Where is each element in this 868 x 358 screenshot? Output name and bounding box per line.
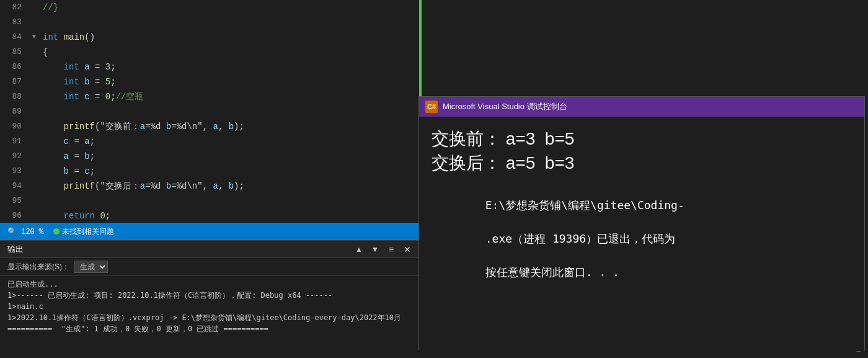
code-editor[interactable]: 82//}83 84▼int main()85{86 int a = 3;87 … xyxy=(0,0,422,223)
output-line: 1>main.c xyxy=(7,301,414,312)
code-line: 90 printf("交换前：a=%d b=%d\n", a, b); xyxy=(0,119,422,134)
console-icon: C# xyxy=(425,101,438,113)
line-content xyxy=(40,104,422,119)
no-issues-label: 未找到相关问题 xyxy=(62,226,114,237)
line-number: 85 xyxy=(0,45,28,60)
code-lines: 82//}83 84▼int main()85{86 int a = 3;87 … xyxy=(0,0,422,223)
line-content: a = b; xyxy=(40,149,422,164)
code-line: 83 xyxy=(0,15,422,30)
zoom-value: 120 % xyxy=(21,228,43,236)
status-dot xyxy=(53,228,60,235)
line-number: 93 xyxy=(0,164,28,179)
zoom-level[interactable]: 🔍 120 % xyxy=(7,227,43,236)
code-line: 92 a = b; xyxy=(0,149,422,164)
output-wrap[interactable]: ≡ xyxy=(384,243,398,256)
zoom-icon: 🔍 xyxy=(7,228,17,236)
output-scroll-up[interactable]: ▲ xyxy=(352,243,366,256)
console-panel: C# Microsoft Visual Studio 调试控制台 交换前： a=… xyxy=(418,96,865,351)
line-content: int main() xyxy=(40,30,422,45)
output-line: 1>2022.10.1操作符（C语言初阶）.vcxproj -> E:\梦想杂货… xyxy=(7,312,414,323)
output-filter-row: 显示输出来源(S)： 生成 xyxy=(0,258,422,276)
line-number: 88 xyxy=(0,89,28,104)
output-panel: 输出 ▲ ▼ ≡ ✕ 显示输出来源(S)： 生成 已启动生成...1>-----… xyxy=(0,240,422,358)
line-content: printf("交换前：a=%d b=%d\n", a, b); xyxy=(40,119,422,134)
output-header: 输出 ▲ ▼ ≡ ✕ xyxy=(0,241,422,258)
output-line: 已启动生成... xyxy=(7,279,414,290)
line-content: c = a; xyxy=(40,134,422,149)
line-content xyxy=(40,15,422,30)
line-content: return 0; xyxy=(40,208,422,223)
line-content: int c = 0;//空瓶 xyxy=(40,89,422,104)
left-panel: 82//}83 84▼int main()85{86 int a = 3;87 … xyxy=(0,0,422,358)
console-titlebar: C# Microsoft Visual Studio 调试控制台 xyxy=(419,97,864,117)
line-gutter: ▼ xyxy=(28,30,40,45)
code-line: 91 c = a; xyxy=(0,134,422,149)
line-number: 83 xyxy=(0,15,28,30)
code-line: 93 b = c; xyxy=(0,164,422,179)
code-line: 84▼int main() xyxy=(0,30,422,45)
line-number: 87 xyxy=(0,74,28,89)
line-content xyxy=(40,194,422,208)
output-line: 1>------ 已启动生成: 项目: 2022.10.1操作符（C语言初阶），… xyxy=(7,290,414,301)
status-bar: 🔍 120 % 未找到相关问题 xyxy=(0,223,422,240)
code-line: 85{ xyxy=(0,45,422,60)
filter-select[interactable]: 生成 xyxy=(74,261,108,273)
collapse-icon[interactable]: ▼ xyxy=(32,30,36,45)
line-content: printf("交换后：a=%d b=%d\n", a, b); xyxy=(40,179,422,194)
no-issues-indicator: 未找到相关问题 xyxy=(53,226,114,237)
line-content: int a = 3; xyxy=(40,60,422,74)
filter-label: 显示输出来源(S)： xyxy=(7,262,69,272)
line-number: 91 xyxy=(0,134,28,149)
output-clear[interactable]: ✕ xyxy=(401,243,414,256)
line-number: 86 xyxy=(0,60,28,74)
console-line-2: 交换后： a=5 b=3 xyxy=(432,151,852,175)
code-line: 94 printf("交换后：a=%d b=%d\n", a, b); xyxy=(0,179,422,194)
output-content: 已启动生成...1>------ 已启动生成: 项目: 2022.10.1操作符… xyxy=(0,276,422,357)
console-line-3-4: E:\梦想杂货铺\编程\gitee\Coding- .exe（进程 19396）… xyxy=(432,180,852,297)
output-tab[interactable]: 输出 xyxy=(7,244,24,255)
output-scroll-down[interactable]: ▼ xyxy=(368,243,382,256)
code-line: 87 int b = 5; xyxy=(0,74,422,89)
line-content: { xyxy=(40,45,422,60)
code-line: 88 int c = 0;//空瓶 xyxy=(0,89,422,104)
console-body: 交换前： a=3 b=5 交换后： a=5 b=3 E:\梦想杂货铺\编程\gi… xyxy=(419,117,864,351)
console-title: Microsoft Visual Studio 调试控制台 xyxy=(443,101,567,112)
line-number: 94 xyxy=(0,179,28,194)
line-content: b = c; xyxy=(40,164,422,179)
code-line: 86 int a = 3; xyxy=(0,60,422,74)
line-number: 89 xyxy=(0,104,28,119)
output-toolbar: ▲ ▼ ≡ ✕ xyxy=(352,243,414,256)
line-content: int b = 5; xyxy=(40,74,422,89)
code-line: 95 xyxy=(0,194,422,208)
line-number: 92 xyxy=(0,149,28,164)
console-line-1: 交换前： a=3 b=5 xyxy=(432,127,852,151)
main-container: 82//}83 84▼int main()85{86 int a = 3;87 … xyxy=(0,0,868,358)
code-line: 89 xyxy=(0,104,422,119)
line-number: 90 xyxy=(0,119,28,134)
line-content: //} xyxy=(40,0,422,15)
line-number: 96 xyxy=(0,208,28,223)
output-line: ========== "生成": 1 成功，0 失败，0 更新，0 已跳过 ==… xyxy=(7,323,414,334)
code-line: 82//} xyxy=(0,0,422,15)
line-number: 82 xyxy=(0,0,28,15)
line-number: 95 xyxy=(0,194,28,208)
line-number: 84 xyxy=(0,30,28,45)
code-line: 96 return 0; xyxy=(0,208,422,223)
